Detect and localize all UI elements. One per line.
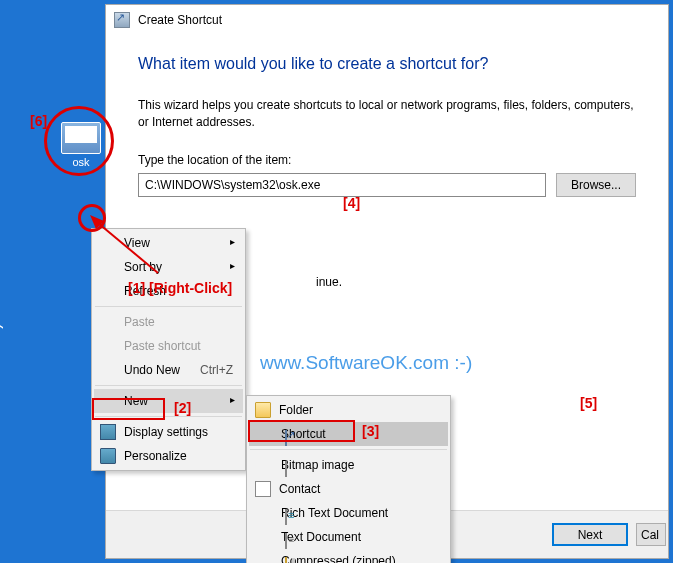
- folder-icon: [255, 402, 271, 418]
- menu-personalize[interactable]: Personalize: [94, 444, 243, 468]
- dialog-titlebar[interactable]: Create Shortcut: [106, 5, 668, 35]
- submenu-shortcut[interactable]: Shortcut: [249, 422, 448, 446]
- watermark-center: www.SoftwareOK.com :-): [260, 352, 472, 374]
- menu-view[interactable]: View: [94, 231, 243, 255]
- submenu-contact[interactable]: Contact: [249, 477, 448, 501]
- menu-display-label: Display settings: [124, 425, 208, 439]
- annotation-5: [5]: [580, 395, 597, 411]
- contact-icon: [255, 481, 271, 497]
- submenu-bitmap[interactable]: Bitmap image: [249, 453, 448, 477]
- menu-paste-shortcut: Paste shortcut: [94, 334, 243, 358]
- submenu-bitmap-label: Bitmap image: [281, 458, 354, 472]
- menu-personalize-label: Personalize: [124, 449, 187, 463]
- submenu-compressed[interactable]: Compressed (zipped) Folder: [249, 549, 448, 563]
- dialog-body: What item would you like to create a sho…: [106, 35, 668, 217]
- submenu-rtf-label: Rich Text Document: [281, 506, 388, 520]
- menu-separator: [95, 416, 242, 417]
- submenu-contact-label: Contact: [279, 482, 320, 496]
- annotation-4: [4]: [343, 195, 360, 211]
- menu-paste: Paste: [94, 310, 243, 334]
- monitor-icon: [100, 424, 116, 440]
- annotation-1: [1] [Right-Click]: [128, 280, 232, 296]
- annotation-circle-1: [78, 204, 106, 232]
- menu-separator: [250, 449, 447, 450]
- zip-icon: [285, 557, 287, 563]
- menu-separator: [95, 306, 242, 307]
- menu-display-settings[interactable]: Display settings: [94, 420, 243, 444]
- browse-button[interactable]: Browse...: [556, 173, 636, 197]
- location-label: Type the location of the item:: [138, 153, 636, 167]
- submenu-compressed-label: Compressed (zipped) Folder: [279, 554, 396, 563]
- menu-undo-shortcut: Ctrl+Z: [200, 363, 233, 377]
- shortcut-icon: [285, 430, 287, 446]
- next-button[interactable]: Next: [552, 523, 628, 546]
- bitmap-icon: [285, 461, 287, 477]
- desktop-context-menu: View Sort by Refresh Paste Paste shortcu…: [91, 228, 246, 471]
- dialog-heading: What item would you like to create a sho…: [138, 55, 636, 73]
- desktop-background[interactable]: www.SoftwareOK.com :-) Create Shortcut W…: [0, 0, 673, 563]
- location-input[interactable]: [138, 173, 546, 197]
- rtf-icon: [285, 509, 287, 525]
- menu-sort-by[interactable]: Sort by: [94, 255, 243, 279]
- annotation-6: [6]: [30, 113, 47, 129]
- dialog-title: Create Shortcut: [138, 13, 222, 27]
- watermark-left: www.SoftwareOK.com :-): [0, 322, 4, 523]
- submenu-folder-label: Folder: [279, 403, 313, 417]
- annotation-3: [3]: [362, 423, 379, 439]
- shortcut-icon: [114, 12, 130, 28]
- annotation-circle-6: [44, 106, 114, 176]
- submenu-text[interactable]: Text Document: [249, 525, 448, 549]
- annotation-2: [2]: [174, 400, 191, 416]
- menu-new[interactable]: New: [94, 389, 243, 413]
- personalize-icon: [100, 448, 116, 464]
- menu-undo-new[interactable]: Undo New Ctrl+Z: [94, 358, 243, 382]
- new-submenu: Folder Shortcut Bitmap image Contact Ric…: [246, 395, 451, 563]
- submenu-folder[interactable]: Folder: [249, 398, 448, 422]
- continue-text-fragment: inue.: [316, 275, 342, 289]
- menu-separator: [95, 385, 242, 386]
- menu-undo-label: Undo New: [124, 363, 180, 377]
- text-icon: [285, 533, 287, 549]
- submenu-rtf[interactable]: Rich Text Document: [249, 501, 448, 525]
- cancel-button[interactable]: Cal: [636, 523, 666, 546]
- dialog-description: This wizard helps you create shortcuts t…: [138, 97, 636, 131]
